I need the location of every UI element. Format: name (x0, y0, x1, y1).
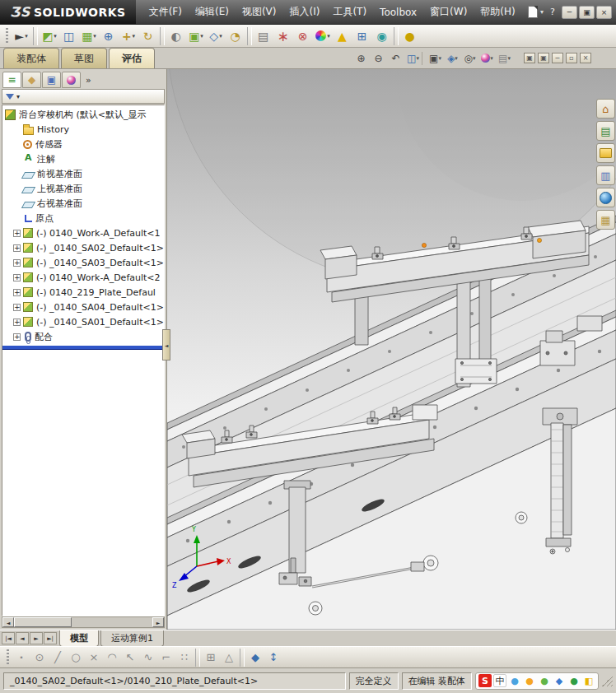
expand-toggle[interactable]: + (13, 319, 21, 326)
solidworks-resources-button[interactable]: ⌂ (596, 99, 615, 119)
trim-icon[interactable]: × (85, 649, 103, 667)
previous-view-icon[interactable]: ↶ (387, 50, 404, 66)
expand-toggle[interactable] (13, 141, 21, 148)
displaymanager-tab[interactable] (62, 72, 81, 88)
menu-view[interactable]: 视图(V) (236, 2, 283, 22)
triangle-icon[interactable]: △ (220, 649, 238, 667)
sogou-icon[interactable]: S (478, 674, 492, 687)
minimize-button[interactable]: ─ (562, 6, 577, 19)
separator[interactable] (394, 27, 399, 45)
mate-icon[interactable]: ◫ (59, 26, 79, 46)
expand-toggle[interactable]: + (13, 274, 21, 281)
separator[interactable] (195, 649, 200, 667)
tree-item[interactable]: 注解 (2, 151, 164, 166)
expand-toggle[interactable]: + (13, 304, 21, 311)
menu-tools[interactable]: 工具(T) (326, 2, 373, 22)
pane-close-button[interactable]: × (580, 53, 591, 63)
interference-detection-icon[interactable]: ⊗ (293, 26, 313, 46)
menu-toolbox[interactable]: Toolbox (373, 3, 423, 21)
appearances-button[interactable] (596, 188, 615, 207)
tree-item[interactable]: History (2, 122, 164, 137)
spline-icon[interactable]: ∿ (139, 649, 157, 667)
line-icon[interactable]: ╱ (49, 649, 67, 667)
toolbar-grip[interactable] (6, 28, 8, 44)
expand-toggle[interactable]: + (13, 289, 21, 296)
propertymanager-tab[interactable]: ◆ (22, 72, 41, 88)
edit-appearance-icon[interactable]: ▾ (478, 50, 496, 66)
tree-item[interactable]: + (-) 0140_Work-A_Default<2 (2, 270, 164, 285)
mass-properties-icon[interactable]: ● (400, 26, 420, 46)
zoom-to-fit-icon[interactable]: ⊕ (352, 50, 370, 66)
new-motion-study-icon[interactable]: ◔ (226, 26, 245, 46)
assembly-features-icon[interactable]: ▣▾ (186, 26, 206, 46)
tree-item[interactable]: 右视基准面 (2, 196, 164, 211)
new-document-icon[interactable] (528, 6, 538, 18)
view-orientation-icon[interactable]: ▣▾ (427, 50, 444, 66)
section-view-icon[interactable]: ◫▾ (404, 50, 422, 66)
menu-insert[interactable]: 插入(I) (282, 2, 326, 22)
panel-collapse-handle[interactable]: ◄ (162, 329, 170, 360)
circle-icon[interactable]: ○ (67, 649, 85, 667)
rotate-component-icon[interactable]: ↻ (138, 26, 158, 46)
pane-window-button-2[interactable]: ▣ (538, 53, 549, 63)
show-hidden-components-icon[interactable]: ◐ (166, 26, 186, 46)
expand-toggle[interactable] (13, 126, 21, 133)
grid-icon[interactable]: ⊞ (202, 649, 220, 667)
tree-item[interactable]: + (-) 0140_219_Plate_Defaul (2, 285, 164, 300)
first-tab-button[interactable]: |◄ (2, 632, 15, 644)
expand-toggle[interactable] (13, 215, 21, 222)
filter-caret-icon[interactable]: ▾ (16, 93, 20, 100)
pane-restore-button[interactable]: ▫ (566, 53, 577, 63)
isometric-cube-icon[interactable]: ◆ (246, 649, 264, 667)
pane-minimize-button[interactable]: ─ (552, 53, 563, 63)
scroll-left-icon[interactable]: ◄ (2, 617, 14, 627)
tree-item[interactable]: 上视基准面 (2, 181, 164, 196)
last-tab-button[interactable]: ►| (44, 632, 57, 644)
next-tab-button[interactable]: ► (30, 632, 43, 644)
tree-item[interactable]: + (-) _0140_SA02_Default<1> (2, 240, 164, 255)
fillet-icon[interactable]: ↖ (121, 649, 139, 667)
move-component-icon[interactable]: +▾ (119, 26, 138, 46)
assembly-3d-view[interactable]: Y X Z (167, 69, 616, 630)
prev-tab-button[interactable]: ◄ (16, 632, 29, 644)
expand-toggle[interactable] (13, 200, 21, 207)
toolbar-grip[interactable] (7, 649, 9, 666)
expand-toggle[interactable] (13, 185, 21, 193)
hide-show-items-icon[interactable]: ◎▾ (461, 50, 478, 66)
separator[interactable] (247, 27, 252, 45)
resize-grip[interactable] (602, 676, 613, 686)
restore-button[interactable]: ▣ (579, 6, 595, 19)
menu-file[interactable]: 文件(F) (142, 2, 189, 22)
expand-toggle[interactable]: + (13, 230, 21, 237)
ime-tool-icon-3[interactable]: ● (538, 674, 551, 687)
tab-motion-study-1[interactable]: 运动算例1 (100, 630, 164, 647)
sketch-point-icon[interactable]: · (12, 649, 30, 667)
tree-horizontal-scrollbar[interactable]: ◄ ► (2, 616, 165, 628)
tree-item[interactable]: + (-) _0140_SA04_Default<1> (2, 300, 164, 314)
tree-item[interactable]: + (-) _0140_SA03_Default<1> (2, 255, 164, 270)
display-style-icon[interactable]: ◈▾ (444, 50, 461, 66)
insert-component-icon[interactable]: ◩▾ (40, 26, 59, 46)
exploded-view-icon[interactable]: ∗ (273, 26, 293, 46)
pane-window-button-1[interactable]: ▣ (524, 53, 535, 63)
arc-icon[interactable]: ◠ (103, 649, 121, 667)
smart-dimension-icon[interactable]: ⊙ (30, 649, 49, 667)
tab-model[interactable]: 模型 (59, 630, 99, 647)
smart-fasteners-icon[interactable]: ⊕ (99, 26, 119, 46)
expand-toggle[interactable] (13, 170, 21, 178)
tray-icon-2[interactable]: ● (567, 674, 581, 687)
arrows-icon[interactable]: ↕ (264, 649, 282, 667)
tray-icon-1[interactable]: ◆ (553, 674, 566, 687)
graphics-area[interactable]: Y X Z ⌂ ▤ ▥ ▦ (167, 69, 616, 630)
configurationmanager-tab[interactable]: ▣ (42, 72, 61, 88)
corner-rectangle-icon[interactable]: ⌐ (157, 649, 175, 667)
apply-scene-icon[interactable]: ▤▾ (496, 50, 513, 66)
view-palette-button[interactable]: ▥ (596, 165, 615, 185)
select-icon[interactable]: ►▾ (12, 26, 31, 46)
menu-help[interactable]: 帮助(H) (474, 2, 521, 22)
design-library-button[interactable]: ▤ (596, 121, 615, 141)
tree-item[interactable]: 传感器 (2, 137, 164, 151)
ime-mode-icon[interactable]: 中 (493, 674, 506, 687)
separator[interactable] (160, 27, 165, 45)
linear-component-pattern-icon[interactable]: ▦▾ (79, 26, 99, 46)
